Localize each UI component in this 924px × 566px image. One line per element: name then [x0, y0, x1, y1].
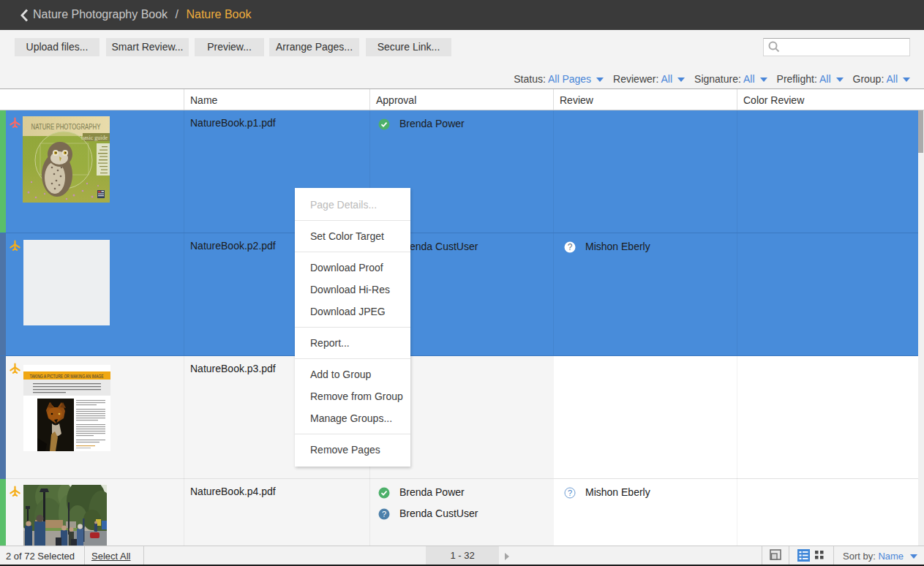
svg-text:NATURE PHOTOGRAPHY: NATURE PHOTOGRAPHY — [31, 122, 101, 131]
svg-text:TAKING A PICTURE OR MAKING AN: TAKING A PICTURE OR MAKING AN IMAGE — [30, 374, 105, 379]
svg-text:?: ? — [568, 488, 572, 497]
svg-text:?: ? — [382, 510, 386, 518]
svg-text:basic guide: basic guide — [81, 135, 108, 141]
svg-text:?: ? — [568, 242, 573, 252]
